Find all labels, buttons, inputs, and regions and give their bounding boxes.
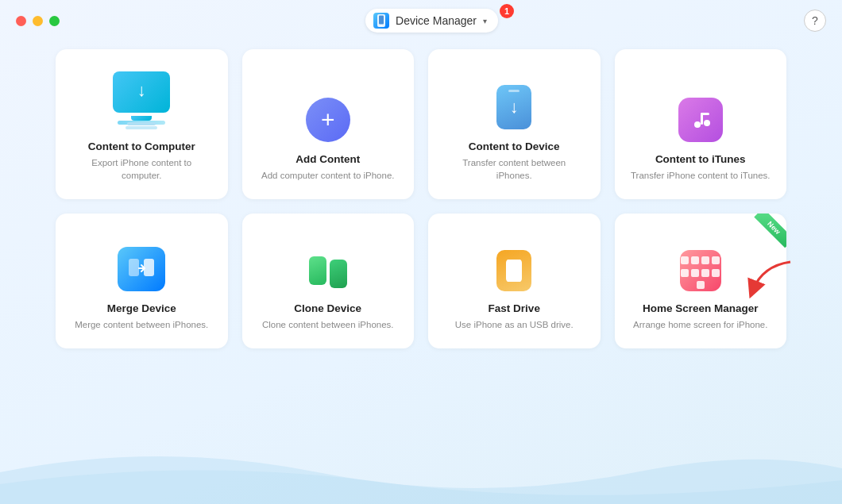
card-desc: Add computer content to iPhone.	[261, 169, 395, 182]
svg-point-4	[704, 120, 710, 126]
card-title: Clone Device	[294, 302, 361, 314]
card-title: Content to iTunes	[655, 153, 746, 165]
content-to-device-icon: ↓	[496, 85, 531, 129]
maximize-dot[interactable]	[49, 16, 60, 26]
card-title: Content to Computer	[88, 140, 195, 152]
card-clone-device[interactable]: Clone Device Clone content between iPhon…	[242, 214, 415, 348]
svg-point-2	[380, 25, 382, 26]
svg-rect-7	[129, 259, 139, 276]
svg-rect-8	[144, 259, 154, 276]
phone-icon	[373, 13, 389, 29]
card-merge-device[interactable]: Merge Device Merge content between iPhon…	[56, 214, 228, 348]
card-desc: Transfer content between iPhones.	[444, 156, 585, 182]
card-desc: Merge content between iPhones.	[75, 318, 208, 331]
fast-drive-icon	[496, 250, 531, 291]
minimize-dot[interactable]	[33, 16, 43, 26]
card-title: Add Content	[295, 153, 360, 165]
feature-grid: ↓ Content to Computer Export iPhone cont…	[0, 41, 842, 364]
close-dot[interactable]	[16, 16, 26, 26]
card-title: Content to Device	[469, 140, 560, 152]
window-controls	[16, 16, 60, 26]
clone-icon	[306, 250, 350, 291]
help-button[interactable]: ?	[804, 10, 826, 32]
svg-rect-11	[511, 261, 517, 264]
card-home-screen-manager[interactable]: New Home Screen Manager Arrange home scr…	[615, 214, 787, 348]
wave-decoration	[0, 441, 842, 504]
card-content-to-device[interactable]: ↓ Content to Device Transfer content bet…	[428, 49, 601, 199]
card-content-to-computer[interactable]: ↓ Content to Computer Export iPhone cont…	[56, 49, 228, 199]
chevron-down-icon: ▾	[483, 17, 487, 25]
card-desc: Arrange home screen for iPhone.	[633, 318, 767, 331]
titlebar: Device Manager ▾ 1 ?	[0, 0, 842, 41]
svg-rect-1	[379, 16, 384, 25]
card-desc: Transfer iPhone content to iTunes.	[631, 169, 771, 182]
card-fast-drive[interactable]: Fast Drive Use iPhone as an USB drive.	[428, 214, 601, 348]
card-desc: Export iPhone content to computer.	[71, 156, 212, 182]
card-title: Home Screen Manager	[643, 302, 759, 314]
computer-icon: ↓	[113, 71, 170, 129]
add-content-icon: +	[306, 98, 350, 142]
badge-1: 1	[500, 4, 514, 18]
home-screen-icon	[680, 250, 721, 291]
merge-icon	[118, 247, 165, 291]
help-label: ?	[812, 14, 818, 27]
card-desc: Clone content between iPhones.	[262, 318, 394, 331]
card-title: Fast Drive	[489, 302, 540, 314]
svg-rect-6	[701, 113, 709, 115]
card-title: Merge Device	[107, 302, 176, 314]
card-desc: Use iPhone as an USB drive.	[455, 318, 574, 331]
card-content-to-itunes[interactable]: Content to iTunes Transfer iPhone conten…	[615, 49, 787, 199]
dropdown-label: Device Manager	[396, 14, 477, 27]
new-badge: New	[744, 214, 786, 256]
device-manager-dropdown[interactable]: Device Manager ▾ 1	[365, 9, 498, 33]
card-add-content[interactable]: + Add Content Add computer content to iP…	[242, 49, 415, 199]
svg-point-3	[694, 121, 701, 128]
itunes-icon	[678, 98, 723, 142]
